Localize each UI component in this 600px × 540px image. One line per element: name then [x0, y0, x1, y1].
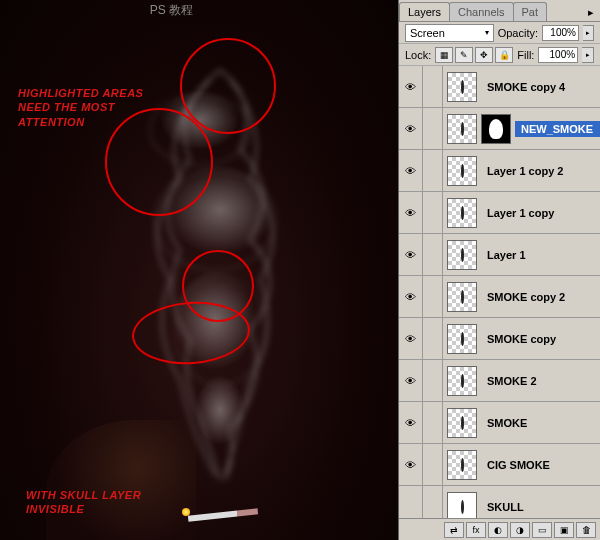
layer-row[interactable]: 👁Layer 1 copy	[399, 192, 600, 234]
lock-fill-row: Lock: ▦ ✎ ✥ 🔒 Fill: 100% ▸	[399, 44, 600, 66]
layer-name-label[interactable]: SMOKE	[481, 415, 600, 431]
annotation-line: WITH SKULL LAYER	[26, 488, 141, 502]
layer-name-label[interactable]: SMOKE copy	[481, 331, 600, 347]
layer-row[interactable]: 👁CIG SMOKE	[399, 444, 600, 486]
layer-row[interactable]: SKULL	[399, 486, 600, 518]
panel-menu-icon[interactable]: ▸	[582, 4, 600, 21]
visibility-toggle[interactable]: 👁	[399, 276, 423, 317]
layer-thumbnail[interactable]	[447, 114, 477, 144]
layer-group-button[interactable]: ▭	[532, 522, 552, 538]
tab-channels[interactable]: Channels	[449, 2, 513, 21]
layer-style-button[interactable]: fx	[466, 522, 486, 538]
link-column[interactable]	[423, 402, 443, 443]
layer-thumbnail[interactable]	[447, 492, 477, 519]
blend-opacity-row: Screen ▾ Opacity: 100% ▸	[399, 22, 600, 44]
visibility-toggle[interactable]: 👁	[399, 360, 423, 401]
lock-label: Lock:	[405, 49, 431, 61]
layer-name-label[interactable]: CIG SMOKE	[481, 457, 600, 473]
link-column[interactable]	[423, 150, 443, 191]
link-column[interactable]	[423, 192, 443, 233]
link-column[interactable]	[423, 66, 443, 107]
eye-icon: 👁	[405, 375, 416, 387]
eye-icon: 👁	[405, 123, 416, 135]
visibility-toggle[interactable]: 👁	[399, 192, 423, 233]
eye-icon: 👁	[405, 81, 416, 93]
lock-position-icon[interactable]: ✥	[475, 47, 493, 63]
delete-layer-button[interactable]: 🗑	[576, 522, 596, 538]
link-column[interactable]	[423, 360, 443, 401]
new-layer-button[interactable]: ▣	[554, 522, 574, 538]
layer-thumbnail[interactable]	[447, 72, 477, 102]
annotation-bottom: WITH SKULL LAYER INVISIBLE	[26, 488, 141, 517]
layer-row[interactable]: 👁SMOKE copy 4	[399, 66, 600, 108]
layer-thumbnail[interactable]	[447, 240, 477, 270]
layer-thumbnail[interactable]	[447, 156, 477, 186]
tab-layers[interactable]: Layers	[399, 2, 450, 21]
link-column[interactable]	[423, 108, 443, 149]
layer-thumbnail[interactable]	[447, 324, 477, 354]
layer-thumbnail[interactable]	[447, 366, 477, 396]
panel-tabs: Layers Channels Pat ▸	[399, 0, 600, 22]
layer-thumbnail[interactable]	[447, 282, 477, 312]
layer-row[interactable]: 👁SMOKE copy 2	[399, 276, 600, 318]
layer-name-label[interactable]: Layer 1 copy	[481, 205, 600, 221]
layer-name-label[interactable]: Layer 1	[481, 247, 600, 263]
visibility-toggle[interactable]: 👁	[399, 234, 423, 275]
lock-all-icon[interactable]: 🔒	[495, 47, 513, 63]
visibility-toggle[interactable]: 👁	[399, 318, 423, 359]
link-layers-button[interactable]: ⇄	[444, 522, 464, 538]
link-column[interactable]	[423, 486, 443, 518]
opacity-field[interactable]: 100%	[542, 25, 579, 41]
chevron-down-icon: ▾	[485, 28, 489, 37]
adjustment-layer-button[interactable]: ◑	[510, 522, 530, 538]
visibility-toggle[interactable]: 👁	[399, 108, 423, 149]
visibility-toggle[interactable]: 👁	[399, 66, 423, 107]
layer-name-label[interactable]: SKULL	[481, 499, 600, 515]
document-canvas[interactable]: HIGHLIGHTED AREAS NEED THE MOST ATTENTIO…	[0, 0, 398, 540]
annotation-line: ATTENTION	[18, 115, 143, 129]
layer-row[interactable]: 👁NEW_SMOKE	[399, 108, 600, 150]
layer-name-label[interactable]: Layer 1 copy 2	[481, 163, 600, 179]
annotation-line: HIGHLIGHTED AREAS	[18, 86, 143, 100]
layer-row[interactable]: 👁Layer 1 copy 2	[399, 150, 600, 192]
layer-mask-button[interactable]: ◐	[488, 522, 508, 538]
eye-icon: 👁	[405, 165, 416, 177]
layer-mask-thumbnail[interactable]	[481, 114, 511, 144]
eye-icon: 👁	[405, 417, 416, 429]
layer-name-label[interactable]: NEW_SMOKE	[515, 121, 600, 137]
layer-row[interactable]: 👁SMOKE	[399, 402, 600, 444]
eye-icon: 👁	[405, 207, 416, 219]
watermark: PS 教程	[150, 2, 193, 19]
tab-paths[interactable]: Pat	[513, 2, 548, 21]
layer-name-label[interactable]: SMOKE copy 2	[481, 289, 600, 305]
layer-row[interactable]: 👁SMOKE 2	[399, 360, 600, 402]
visibility-toggle[interactable]: 👁	[399, 402, 423, 443]
layer-thumbnail[interactable]	[447, 198, 477, 228]
fill-field[interactable]: 100%	[538, 47, 578, 63]
fill-flyout-icon[interactable]: ▸	[582, 47, 594, 63]
blend-mode-select[interactable]: Screen ▾	[405, 24, 494, 42]
layer-thumbnail[interactable]	[447, 450, 477, 480]
link-column[interactable]	[423, 276, 443, 317]
link-column[interactable]	[423, 444, 443, 485]
link-column[interactable]	[423, 318, 443, 359]
layers-list[interactable]: 👁SMOKE copy 4👁NEW_SMOKE👁Layer 1 copy 2👁L…	[399, 66, 600, 518]
opacity-flyout-icon[interactable]: ▸	[583, 25, 594, 41]
link-column[interactable]	[423, 234, 443, 275]
layer-name-label[interactable]: SMOKE 2	[481, 373, 600, 389]
layers-panel: Layers Channels Pat ▸ Screen ▾ Opacity: …	[398, 0, 600, 540]
eye-icon: 👁	[405, 291, 416, 303]
visibility-toggle[interactable]: 👁	[399, 150, 423, 191]
layer-name-label[interactable]: SMOKE copy 4	[481, 79, 600, 95]
visibility-toggle[interactable]	[399, 486, 423, 518]
layer-row[interactable]: 👁SMOKE copy	[399, 318, 600, 360]
opacity-label: Opacity:	[498, 27, 538, 39]
visibility-toggle[interactable]: 👁	[399, 444, 423, 485]
layer-row[interactable]: 👁Layer 1	[399, 234, 600, 276]
annotation-line: NEED THE MOST	[18, 100, 143, 114]
layer-thumbnail[interactable]	[447, 408, 477, 438]
lock-transparency-icon[interactable]: ▦	[435, 47, 453, 63]
eye-icon: 👁	[405, 333, 416, 345]
lock-icons-group: ▦ ✎ ✥ 🔒	[435, 47, 513, 63]
lock-pixels-icon[interactable]: ✎	[455, 47, 473, 63]
